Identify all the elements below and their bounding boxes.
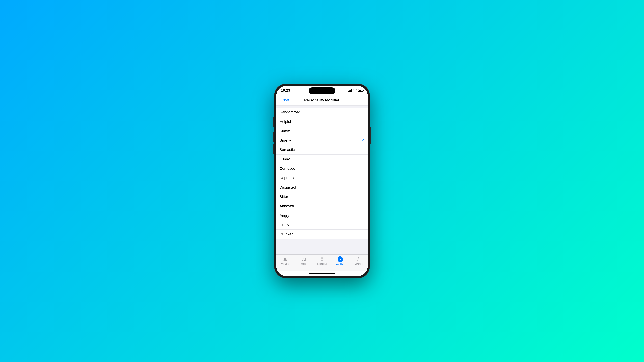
tab-carrot[interactable]: CARROT: [331, 257, 350, 265]
item-label-confused: Confused: [280, 166, 295, 171]
item-label-angry: Angry: [280, 213, 289, 218]
home-indicator: [276, 271, 368, 276]
status-time: 10:23: [281, 88, 290, 92]
list-item[interactable]: Angry: [276, 211, 368, 220]
wifi-icon: [353, 89, 357, 92]
item-label-helpful: Helpful: [280, 119, 291, 124]
item-label-disgusted: Disgusted: [280, 185, 296, 190]
back-chevron-icon: ‹: [280, 98, 281, 102]
list-item[interactable]: Drunken: [276, 230, 368, 239]
item-label-drunken: Drunken: [280, 232, 294, 237]
item-label-crazy: Crazy: [280, 223, 289, 227]
signal-icon: [348, 89, 352, 92]
tab-weather[interactable]: Weather: [276, 257, 294, 265]
battery-icon: [358, 89, 363, 92]
item-label-snarky: Snarky: [280, 138, 291, 143]
weather-icon: [283, 257, 288, 262]
tab-locations-label: Locations: [317, 263, 327, 265]
list-item[interactable]: Depressed: [276, 173, 368, 183]
item-label-sarcastic: Sarcastic: [280, 148, 295, 152]
list-item[interactable]: Sarcastic: [276, 145, 368, 155]
maps-icon: [301, 257, 306, 262]
item-label-depressed: Depressed: [280, 176, 297, 180]
back-label: Chat: [282, 98, 289, 102]
tab-weather-label: Weather: [281, 263, 290, 265]
svg-point-4: [322, 258, 322, 259]
tab-bar: Weather Maps: [276, 254, 368, 271]
list-item[interactable]: Funny: [276, 155, 368, 164]
tab-carrot-label: CARROT: [336, 263, 345, 265]
list-item-snarky[interactable]: Snarky ✓: [276, 136, 368, 145]
list-item[interactable]: Confused: [276, 164, 368, 173]
item-label-suave: Suave: [280, 129, 290, 133]
svg-point-1: [284, 258, 286, 259]
list-item[interactable]: Bitter: [276, 192, 368, 201]
back-button[interactable]: ‹ Chat: [280, 98, 289, 102]
navigation-bar: ‹ Chat Personality Modifier: [276, 95, 368, 106]
phone-screen: 10:23 ‹: [276, 86, 368, 276]
personality-list: Randomized Helpful Suave Snarky ✓ Sarcas…: [276, 108, 368, 239]
tab-maps[interactable]: Maps: [294, 257, 313, 265]
status-icons: [348, 89, 363, 92]
list-item[interactable]: Randomized: [276, 108, 368, 117]
carrot-icon: [338, 257, 343, 262]
item-label-randomized: Randomized: [280, 110, 300, 114]
list-item[interactable]: Helpful: [276, 117, 368, 126]
list-item[interactable]: Suave: [276, 126, 368, 136]
item-label-funny: Funny: [280, 157, 290, 161]
tab-locations[interactable]: Locations: [313, 257, 331, 265]
list-item[interactable]: Disgusted: [276, 183, 368, 192]
locations-icon: [319, 257, 325, 262]
content-area[interactable]: Randomized Helpful Suave Snarky ✓ Sarcas…: [276, 106, 368, 254]
phone-device: 10:23 ‹: [274, 84, 370, 278]
tab-settings-label: Settings: [355, 263, 362, 265]
dynamic-island: [308, 87, 336, 94]
item-label-annoyed: Annoyed: [280, 204, 294, 208]
settings-icon: [356, 257, 361, 262]
status-bar: 10:23: [276, 86, 368, 95]
tab-maps-label: Maps: [301, 263, 306, 265]
svg-point-6: [358, 259, 359, 260]
page-title: Personality Modifier: [289, 98, 354, 102]
home-bar: [308, 273, 336, 274]
item-label-bitter: Bitter: [280, 195, 288, 199]
selected-checkmark-icon: ✓: [362, 138, 364, 143]
list-item[interactable]: Crazy: [276, 220, 368, 230]
list-item[interactable]: Annoyed: [276, 201, 368, 211]
tab-settings[interactable]: Settings: [350, 257, 368, 265]
